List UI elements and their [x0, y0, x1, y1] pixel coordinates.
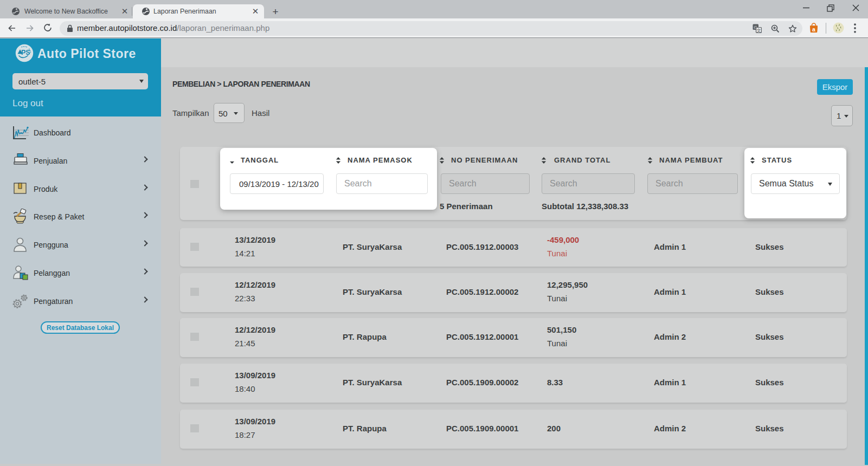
- svg-text:a: a: [812, 26, 815, 33]
- svg-text:文: 文: [756, 28, 761, 33]
- svg-text:PS: PS: [21, 49, 30, 56]
